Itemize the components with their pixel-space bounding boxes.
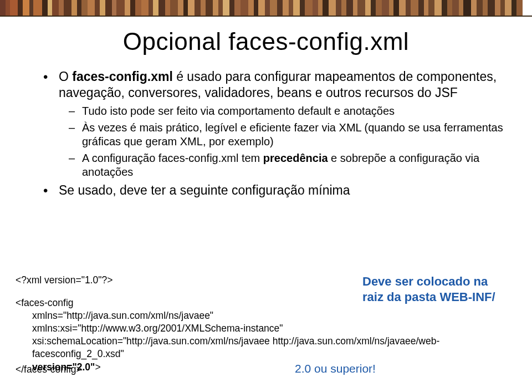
book-spine bbox=[293, 0, 300, 16]
book-spine bbox=[59, 0, 64, 16]
bullet-list: O faces-config.xml é usado para configur… bbox=[16, 69, 516, 198]
book-spine bbox=[33, 0, 42, 16]
book-spine bbox=[336, 0, 341, 16]
book-spine bbox=[254, 0, 258, 16]
book-spine bbox=[399, 0, 406, 16]
book-spine bbox=[406, 0, 411, 16]
book-spine bbox=[471, 0, 477, 16]
code-closing-tag: </faces-config> bbox=[16, 364, 82, 375]
book-spine bbox=[153, 0, 158, 16]
code-line-6: version="2.0"> bbox=[16, 361, 516, 374]
book-spine bbox=[483, 0, 488, 16]
sub-bullet-3-bold: precedência bbox=[263, 152, 328, 164]
book-spine bbox=[289, 0, 293, 16]
book-spine bbox=[313, 0, 318, 16]
book-spine bbox=[158, 0, 165, 16]
code-line-6-post: > bbox=[95, 362, 100, 373]
footer-note: 2.0 ou superior! bbox=[295, 362, 376, 375]
sub-bullet-2: Às vezes é mais prático, legível e efici… bbox=[82, 121, 516, 149]
bullet-1-pre: O bbox=[59, 69, 72, 84]
book-spine bbox=[511, 0, 516, 16]
book-spine bbox=[428, 0, 434, 16]
book-spine bbox=[241, 0, 248, 16]
book-spine bbox=[346, 0, 353, 16]
book-spine bbox=[442, 0, 447, 16]
book-spine bbox=[488, 0, 495, 16]
slide-content: Opcional faces-config.xml O faces-config… bbox=[0, 17, 532, 392]
book-spine bbox=[382, 0, 389, 16]
bullet-2: Se usado, deve ter a seguinte configuraç… bbox=[59, 182, 516, 198]
book-spine bbox=[447, 0, 452, 16]
bullet-1: O faces-config.xml é usado para configur… bbox=[59, 69, 516, 179]
book-spine bbox=[265, 0, 270, 16]
book-spine bbox=[234, 0, 241, 16]
book-spine bbox=[81, 0, 88, 16]
book-spine bbox=[188, 0, 195, 16]
book-spine bbox=[105, 0, 112, 16]
book-spine bbox=[141, 0, 149, 16]
book-spine bbox=[10, 0, 18, 16]
sub-bullet-1: Tudo isto pode ser feito via comportamen… bbox=[82, 104, 516, 118]
book-spine bbox=[206, 0, 213, 16]
sub-bullet-3: A configuração faces-config.xml tem prec… bbox=[82, 151, 516, 179]
book-spine bbox=[376, 0, 382, 16]
book-spine bbox=[341, 0, 346, 16]
book-spine bbox=[229, 0, 234, 16]
book-spine bbox=[300, 0, 305, 16]
book-spine bbox=[323, 0, 329, 16]
book-spine bbox=[318, 0, 323, 16]
book-spine bbox=[170, 0, 178, 16]
book-spine bbox=[0, 0, 6, 16]
book-spine bbox=[353, 0, 357, 16]
book-spine bbox=[305, 0, 313, 16]
book-spine bbox=[495, 0, 500, 16]
book-spine bbox=[64, 0, 71, 16]
book-spine bbox=[178, 0, 183, 16]
book-spine bbox=[277, 0, 283, 16]
book-spine bbox=[71, 0, 77, 16]
book-spine bbox=[195, 0, 201, 16]
book-spine bbox=[258, 0, 265, 16]
book-spine bbox=[505, 0, 511, 16]
book-spine bbox=[201, 0, 206, 16]
book-shelf-decoration bbox=[0, 0, 532, 17]
book-spine bbox=[452, 0, 459, 16]
book-spine bbox=[500, 0, 505, 16]
book-spine bbox=[223, 0, 229, 16]
book-spine bbox=[270, 0, 277, 16]
book-spine bbox=[477, 0, 483, 16]
book-spine bbox=[116, 0, 125, 16]
sub-bullet-list-1: Tudo isto pode ser feito via comportamen… bbox=[59, 104, 516, 179]
book-spine bbox=[165, 0, 170, 16]
book-spine bbox=[434, 0, 442, 16]
book-spine bbox=[389, 0, 393, 16]
code-line-5: xsi:schemaLocation="http://java.sun.com/… bbox=[16, 335, 516, 360]
book-spine bbox=[371, 0, 376, 16]
slide-title: Opcional faces-config.xml bbox=[16, 28, 516, 55]
callout-note: Deve ser colocado na raiz da pasta WEB-I… bbox=[362, 274, 512, 304]
book-spine bbox=[23, 0, 29, 16]
book-spine bbox=[42, 0, 48, 16]
book-spine bbox=[52, 0, 59, 16]
book-spine bbox=[149, 0, 153, 16]
book-spine bbox=[213, 0, 218, 16]
book-spine bbox=[130, 0, 135, 16]
book-spine bbox=[283, 0, 289, 16]
book-spine bbox=[183, 0, 188, 16]
book-spine bbox=[459, 0, 463, 16]
book-spine bbox=[516, 0, 523, 16]
book-spine bbox=[248, 0, 254, 16]
book-spine bbox=[125, 0, 130, 16]
code-line-3: xmlns="http://java.sun.com/xml/ns/javaee… bbox=[16, 309, 516, 322]
book-spine bbox=[411, 0, 418, 16]
book-spine bbox=[48, 0, 52, 16]
book-spine bbox=[218, 0, 223, 16]
book-spine bbox=[393, 0, 399, 16]
book-spine bbox=[29, 0, 33, 16]
book-spine bbox=[100, 0, 105, 16]
book-spine bbox=[77, 0, 81, 16]
book-spine bbox=[112, 0, 116, 16]
book-spine bbox=[6, 0, 10, 16]
code-line-4: xmlns:xsi="http://www.w3.org/2001/XMLSch… bbox=[16, 322, 516, 335]
sub-bullet-3-pre: A configuração faces-config.xml tem bbox=[82, 152, 263, 164]
